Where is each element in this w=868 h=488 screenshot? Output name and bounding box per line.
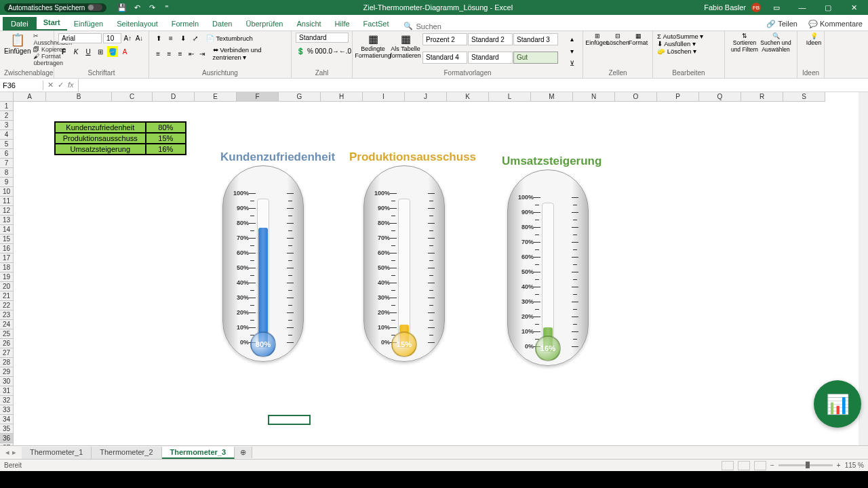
row-header-11[interactable]: 11 [0,197,14,206]
style-standard3[interactable]: Standard 3 [513,33,558,45]
row-header-10[interactable]: 10 [0,187,14,197]
row-header-20[interactable]: 20 [0,282,14,291]
row-header-5[interactable]: 5 [0,140,14,149]
zoom-out-icon[interactable]: − [770,462,774,469]
undo-icon[interactable]: ↶ [132,3,142,12]
sheet-tab[interactable]: Thermometer_2 [92,447,161,459]
ideas-button[interactable]: 💡Ideen [802,33,826,46]
sort-filter-button[interactable]: ⇅Sortieren und Filtern [729,33,760,53]
col-header-K[interactable]: K [447,92,489,102]
thermometer-chart[interactable]: 100%90%80%70%60%50%40%30%20%10%0%80% [216,165,311,382]
shrink-font-icon[interactable]: A↓ [134,33,144,43]
find-select-button[interactable]: 🔍Suchen und Auswählen [760,33,791,53]
view-normal-icon[interactable] [722,461,734,470]
row-header-24[interactable]: 24 [0,320,14,329]
row-header-25[interactable]: 25 [0,329,14,339]
comma-icon[interactable]: 000 [315,45,326,56]
tab-factset[interactable]: FactSet [357,17,396,30]
col-header-C[interactable]: C [112,92,153,102]
currency-icon[interactable]: 💲 [296,45,305,56]
thermometer-chart[interactable]: 100%90%80%70%60%50%40%30%20%10%0%15% [357,165,452,382]
fill-color-button[interactable]: 🪣 [107,46,118,57]
view-break-icon[interactable] [754,461,766,470]
row-header-12[interactable]: 12 [0,206,14,216]
table-cell[interactable]: Produktionsausschuss [55,133,146,144]
align-top-icon[interactable]: ⬆ [153,33,164,43]
col-header-M[interactable]: M [531,92,573,102]
insert-cells-button[interactable]: ⊞Einfügen [587,33,608,46]
indent-dec-icon[interactable]: ⇤ [186,48,196,59]
worksheet[interactable]: ABCDEFGHIJKLMNOPQRS 12345678910111213141… [0,92,868,445]
ribbon-options-icon[interactable]: ▭ [766,0,787,15]
fx-icon[interactable]: fx [68,81,74,89]
row-header-37[interactable]: 37 [0,443,14,445]
italic-button[interactable]: K [71,46,81,57]
col-header-A[interactable]: A [14,92,46,102]
format-as-table-button[interactable]: ▦Als Tabelle formatieren [389,33,422,69]
style-percent2[interactable]: Prozent 2 [422,33,467,45]
close-icon[interactable]: ✕ [844,0,864,15]
col-header-E[interactable]: E [195,92,237,102]
row-header-1[interactable]: 1 [0,102,14,111]
row-header-4[interactable]: 4 [0,130,14,140]
style-gut[interactable]: Gut [513,52,558,64]
percent-icon[interactable]: % [307,45,314,56]
underline-button[interactable]: U [83,46,94,57]
style-standard2[interactable]: Standard 2 [468,33,513,45]
row-header-30[interactable]: 30 [0,377,14,386]
select-all-corner[interactable] [0,92,14,102]
col-header-S[interactable]: S [783,92,825,102]
col-header-J[interactable]: J [405,92,447,102]
style-more-icon[interactable]: ⊻ [566,58,577,68]
view-layout-icon[interactable] [738,461,750,470]
row-header-32[interactable]: 32 [0,396,14,405]
delete-cells-button[interactable]: ⊟Löschen [608,33,628,46]
vertical-scrollbar[interactable] [859,92,868,445]
row-header-19[interactable]: 19 [0,272,14,282]
col-header-B[interactable]: B [46,92,112,102]
tab-insert[interactable]: Einfügen [67,17,110,30]
add-sheet-button[interactable]: ⊕ [235,447,252,458]
formula-bar[interactable] [78,79,868,92]
tab-review[interactable]: Überprüfen [239,17,290,30]
style-down-icon[interactable]: ▾ [566,45,577,56]
border-button[interactable]: ⊞ [95,46,106,57]
col-header-I[interactable]: I [363,92,405,102]
maximize-icon[interactable]: ▢ [818,0,838,15]
sheet-tab[interactable]: Thermometer_3 [162,447,235,459]
col-header-R[interactable]: R [741,92,783,102]
fill-button[interactable]: ⬇ Ausfüllen ▾ [657,40,720,47]
style-standard4[interactable]: Standard 4 [422,52,467,64]
search-input[interactable]: 🔍 Suchen [395,22,449,30]
grow-font-icon[interactable]: A↑ [123,33,133,43]
merge-button[interactable]: ⬌ Verbinden und zentrieren ▾ [213,46,287,61]
tab-formulas[interactable]: Formeln [165,17,205,30]
col-header-D[interactable]: D [153,92,195,102]
thermometer-chart[interactable]: 100%90%80%70%60%50%40%30%20%10%0%16% [500,169,595,386]
conditional-format-button[interactable]: ▦Bedingte Formatierung [357,33,389,69]
col-header-N[interactable]: N [573,92,615,102]
tab-page-layout[interactable]: Seitenlayout [110,17,165,30]
row-header-27[interactable]: 27 [0,348,14,358]
qat-more-icon[interactable]: ⁼ [162,3,172,12]
autosum-button[interactable]: Σ AutoSumme ▾ [657,33,720,40]
row-header-16[interactable]: 16 [0,244,14,253]
zoom-in-icon[interactable]: + [837,462,841,469]
row-header-14[interactable]: 14 [0,225,14,235]
inc-decimal-icon[interactable]: .0→ [328,45,338,56]
row-header-8[interactable]: 8 [0,168,14,178]
col-header-Q[interactable]: Q [699,92,741,102]
minimize-icon[interactable]: — [792,0,812,15]
tab-nav-next-icon[interactable]: ▸ [12,448,16,457]
tab-data[interactable]: Daten [205,17,239,30]
align-middle-icon[interactable]: ≡ [165,33,176,43]
row-header-28[interactable]: 28 [0,358,14,367]
align-bottom-icon[interactable]: ⬇ [178,33,189,43]
align-center-icon[interactable]: ≡ [164,48,174,59]
auto-save-toggle[interactable]: Automatisches Speichern [4,3,106,12]
table-cell[interactable]: 16% [146,144,186,155]
align-left-icon[interactable]: ≡ [153,48,163,59]
font-color-button[interactable]: A [119,46,130,57]
sheet-tab[interactable]: Thermometer_1 [22,447,92,459]
table-cell[interactable]: Umsatzsteigerung [55,144,146,155]
